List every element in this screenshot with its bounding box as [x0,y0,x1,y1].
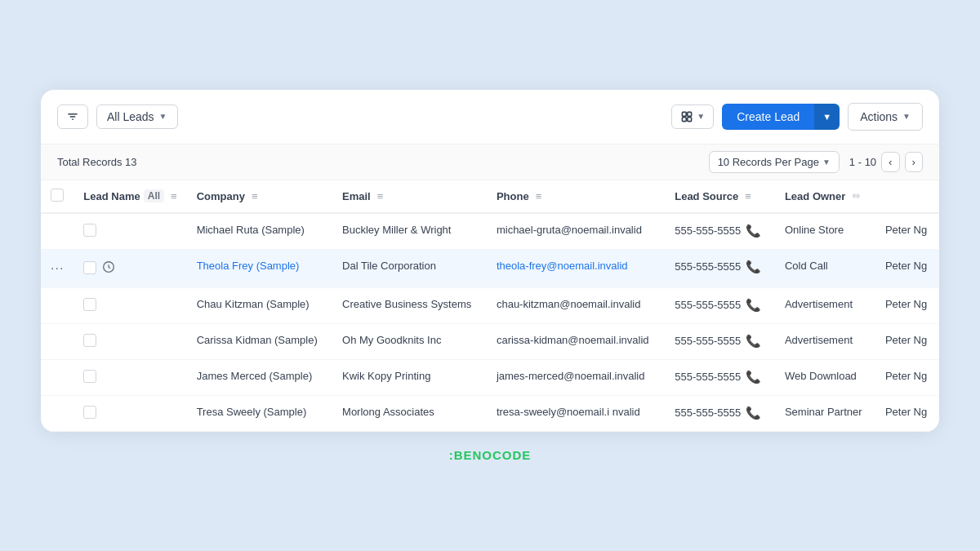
row-preview-icon[interactable] [101,263,116,277]
phone-icon[interactable]: 📞 [746,224,761,238]
select-all-checkbox[interactable] [51,189,64,202]
phone-number: 555-555-5555 [675,335,741,347]
row-lead-name: Michael Ruta (Sample) [187,213,332,250]
phone-number: 555-555-5555 [675,299,741,311]
leads-table: Lead Name All ≡ Company ≡ Email ≡ [41,180,939,432]
row-lead-source: Advertisement [775,323,875,359]
next-page-button[interactable]: › [905,152,923,172]
row-actions-col [41,213,74,250]
row-checkbox-col [74,213,186,250]
lead-owner-col-resize-icon[interactable]: ⇔ [852,190,860,202]
per-page-label: 10 Records Per Page [718,156,819,168]
row-lead-name[interactable]: Theola Frey (Sample) [187,249,332,287]
phone-icon[interactable]: 📞 [746,370,761,384]
row-phone: 555-555-5555📞 [665,287,775,323]
row-lead-name: Tresa Sweely (Sample) [187,395,332,431]
prev-icon: ‹ [889,156,892,168]
row-email[interactable]: michael-gruta@noemail.invalid [487,213,665,250]
row-checkbox-col [74,287,186,323]
row-checkbox[interactable] [83,406,96,419]
actions-button[interactable]: Actions ▼ [848,103,923,131]
col-phone: Phone ≡ [487,180,665,213]
row-lead-name: Chau Kitzman (Sample) [187,287,332,323]
lead-name-col-menu-icon[interactable]: ≡ [171,190,177,202]
svg-rect-4 [688,112,692,116]
company-col-menu-icon[interactable]: ≡ [252,190,258,202]
row-actions-col [41,359,74,395]
row-checkbox-col [74,395,186,431]
col-email: Email ≡ [332,180,487,213]
row-email[interactable]: theola-frey@noemail.invalid [487,249,665,287]
phone-icon[interactable]: 📞 [746,406,761,420]
row-phone: 555-555-5555📞 [665,323,775,359]
row-lead-source: Advertisement [775,287,875,323]
row-lead-source: Cold Call [775,249,875,287]
total-records-label: Total Records 13 [57,156,137,168]
table-row: Chau Kitzman (Sample)Creative Business S… [41,287,939,323]
all-leads-dropdown[interactable]: All Leads ▼ [96,104,178,129]
phone-number: 555-555-5555 [675,371,741,383]
row-actions-col: ··· [41,249,74,287]
table-row: James Merced (Sample)Kwik Kopy Printingj… [41,359,939,395]
prev-page-button[interactable]: ‹ [881,152,899,172]
row-email[interactable]: tresa-sweely@noemail.i nvalid [487,395,665,431]
view-toggle-button[interactable]: ▼ [671,104,714,129]
row-checkbox[interactable] [83,298,96,311]
row-company: Oh My Goodknits Inc [332,323,487,359]
email-col-menu-icon[interactable]: ≡ [377,190,384,202]
row-email[interactable]: carissa-kidman@noemail.invalid [487,323,665,359]
create-lead-group: Create Lead ▼ [722,104,840,130]
row-lead-owner: Peter Ng [875,395,939,431]
filter-button[interactable] [57,104,88,129]
create-lead-button[interactable]: Create Lead [722,104,814,130]
view-chevron-icon: ▼ [697,112,705,121]
row-actions-col [41,395,74,431]
svg-rect-5 [683,117,687,121]
table-row: Carissa Kidman (Sample)Oh My Goodknits I… [41,323,939,359]
per-page-chevron-icon: ▼ [822,158,831,167]
row-email[interactable]: james-merced@noemail.invalid [487,359,665,395]
row-lead-source: Web Download [775,359,875,395]
lead-name-link[interactable]: Theola Frey (Sample) [197,260,300,272]
toolbar: All Leads ▼ ▼ Create Lead ▼ Actions ▼ [41,90,939,144]
email-link[interactable]: theola-frey@noemail.invalid [497,260,628,272]
phone-icon[interactable]: 📞 [746,334,761,349]
brand-name: BENOCODE [454,448,532,462]
row-lead-source: Online Store [775,213,875,250]
row-phone: 555-555-5555📞 [665,249,775,287]
per-page-select[interactable]: 10 Records Per Page ▼ [709,151,840,173]
row-lead-owner: Peter Ng [875,323,939,359]
row-checkbox-col [74,359,186,395]
row-checkbox[interactable] [83,334,96,347]
row-phone: 555-555-5555📞 [665,395,775,431]
lead-source-col-menu-icon[interactable]: ≡ [745,190,751,202]
phone-icon[interactable]: 📞 [746,260,761,274]
row-checkbox-col [74,323,186,359]
phone-icon[interactable]: 📞 [746,298,761,313]
col-company: Company ≡ [187,180,332,213]
phone-col-menu-icon[interactable]: ≡ [536,190,542,202]
table-row: Michael Ruta (Sample)Buckley Miller & Wr… [41,213,939,250]
col-lead-owner: Lead Owner ⇔ [775,180,875,213]
row-lead-name: James Merced (Sample) [187,359,332,395]
row-checkbox[interactable] [83,224,96,237]
row-email[interactable]: chau-kitzman@noemail.invalid [487,287,665,323]
row-dots-menu[interactable]: ··· [51,261,64,276]
row-checkbox[interactable] [83,261,96,274]
row-lead-owner: Peter Ng [875,213,939,250]
footer-brand: :BENOCODE [449,448,532,462]
pagination-range: 1 - 10 [849,156,876,168]
chevron-down-icon: ▼ [159,112,167,121]
row-actions-col [41,287,74,323]
main-card: All Leads ▼ ▼ Create Lead ▼ Actions ▼ [41,90,939,432]
row-phone: 555-555-5555📞 [665,213,775,250]
row-lead-owner: Peter Ng [875,287,939,323]
row-company: Buckley Miller & Wright [332,213,487,250]
row-company: Creative Business Systems [332,287,487,323]
row-checkbox[interactable] [83,370,96,383]
table-row: ··· Theola Frey (Sample)Dal Tile Corpora… [41,249,939,287]
table-row: Tresa Sweely (Sample)Morlong Associatest… [41,395,939,431]
row-phone: 555-555-5555📞 [665,359,775,395]
actions-label: Actions [860,110,898,123]
create-lead-dropdown-button[interactable]: ▼ [814,104,840,130]
